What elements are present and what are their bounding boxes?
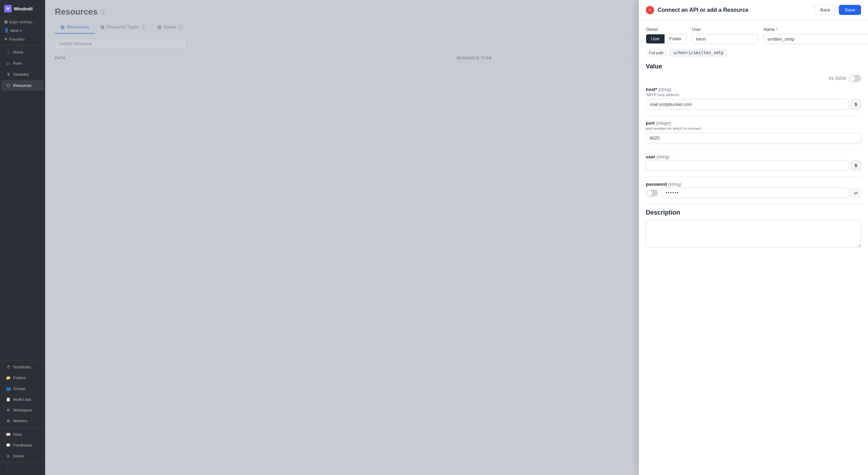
sidebar-item-resources-label: Resources: [13, 83, 32, 88]
sidebar-item-runs-label: Runs: [13, 61, 22, 65]
group-icon: 👥: [6, 386, 11, 391]
host-variable-button[interactable]: $: [851, 99, 861, 110]
full-path-row: Full path u/henri/smitten_smtp: [646, 49, 861, 57]
back-arrow-icon: ←: [6, 467, 11, 472]
feedback-icon: 💬: [6, 442, 11, 448]
sidebar-item-groups-label: Groups: [13, 386, 26, 391]
full-path-value: u/henri/smitten_smtp: [669, 49, 727, 57]
sidebar-item-docs[interactable]: 📖 Docs: [1, 429, 44, 440]
description-textarea[interactable]: [646, 220, 861, 248]
user-label: User: [692, 27, 758, 32]
field-port-name: port (integer): [646, 120, 861, 126]
name-input[interactable]: [763, 34, 868, 44]
sidebar-item-folders[interactable]: 📁 Folders: [1, 373, 44, 383]
toggle-knob: [849, 76, 855, 81]
owner-user-button[interactable]: User: [646, 34, 665, 43]
dialog-title-row: × Connect an API or add a Resource: [646, 6, 749, 14]
sidebar-item-runs[interactable]: ▷ Runs: [1, 58, 44, 68]
sidebar-divider-4: [0, 462, 45, 463]
workers-icon: ⚙: [6, 418, 11, 424]
field-divider-1: [646, 115, 861, 116]
sidebar-user-label: henri: [10, 28, 19, 33]
field-password: password (string) sh: [646, 182, 861, 198]
field-port-input-row: [646, 133, 861, 143]
sidebar-item-home-label: Home: [13, 50, 23, 54]
sidebar-item-issues[interactable]: ◎ Issues: [1, 451, 44, 461]
sidebar-item-workspace[interactable]: ⚙ Workspace: [1, 405, 44, 415]
owner-folder-button[interactable]: Folder: [665, 34, 686, 43]
sidebar-item-feedbacks[interactable]: 💬 Feedbacks: [1, 440, 44, 450]
show-password-button[interactable]: sh: [851, 189, 861, 197]
sidebar-item-variables-label: Variables: [13, 72, 29, 76]
dialog-body: Owner User Folder User Name * Full path …: [639, 20, 868, 475]
sidebar: W Windmill ▦ virgin-worksp... 👤 henri ▾ …: [0, 0, 45, 475]
sidebar-item-home[interactable]: ⌂ Home: [1, 47, 44, 57]
save-button[interactable]: Save: [839, 5, 861, 15]
port-input[interactable]: [646, 133, 861, 143]
user-input[interactable]: [692, 34, 758, 44]
sidebar-user-item[interactable]: 👤 henri ▾: [0, 26, 45, 35]
field-port-type: (integer): [656, 121, 671, 126]
field-host-desc: SMTP host address: [646, 93, 861, 97]
as-json-toggle[interactable]: [849, 75, 861, 82]
sidebar-item-resources[interactable]: ⬡ Resources: [1, 80, 44, 91]
owner-toggle-group: User Folder: [646, 34, 686, 44]
field-divider-3: [646, 176, 861, 177]
field-divider-4: [646, 204, 861, 204]
sidebar-item-workers[interactable]: ⚙ Workers: [1, 416, 44, 426]
field-password-input-row: sh: [646, 188, 861, 198]
form-group-owner: Owner User Folder: [646, 27, 686, 44]
form-group-user: User: [692, 27, 758, 44]
sidebar-item-feedbacks-label: Feedbacks: [13, 443, 32, 447]
sidebar-item-variables[interactable]: $ Variables: [1, 69, 44, 80]
book-icon: 📖: [6, 432, 11, 437]
play-icon: ▷: [6, 60, 11, 66]
sidebar-item-audit-logs-label: Audit Logs: [13, 397, 31, 401]
close-icon: ×: [649, 7, 651, 12]
user-field-input[interactable]: [646, 160, 849, 171]
field-port-desc: port number on which to connect: [646, 126, 861, 131]
chevron-down-icon: ▾: [20, 29, 22, 32]
host-input[interactable]: [646, 99, 849, 110]
folder-icon: 📁: [6, 375, 11, 381]
log-icon: 📋: [6, 397, 11, 402]
form-group-name: Name *: [763, 27, 868, 44]
form-row-owner: Owner User Folder User Name *: [646, 27, 861, 44]
description-section: Description: [646, 209, 861, 249]
sidebar-item-issues-label: Issues: [13, 454, 24, 458]
sidebar-item-schedules-label: Schedules: [13, 365, 31, 369]
dialog-header: × Connect an API or add a Resource Back …: [639, 0, 868, 20]
password-toggle-switch[interactable]: [646, 190, 658, 197]
dollar-icon: $: [6, 72, 11, 77]
sidebar-back-item[interactable]: ←: [1, 464, 44, 475]
sidebar-logo[interactable]: W Windmill: [0, 0, 45, 17]
sidebar-workspace-item[interactable]: ▦ virgin-worksp...: [0, 17, 45, 26]
as-json-label: As JSON: [829, 76, 846, 81]
github-icon: ◎: [6, 453, 11, 459]
back-button[interactable]: Back: [814, 5, 836, 15]
description-title: Description: [646, 209, 861, 216]
dialog-close-button[interactable]: ×: [646, 6, 654, 14]
password-input[interactable]: [662, 188, 849, 198]
sidebar-bottom: ⏱ Schedules 📁 Folders 👥 Groups 📋 Audit L…: [0, 359, 45, 475]
sidebar-favorites-label: Favorites: [9, 37, 25, 41]
field-port: port (integer) port number on which to c…: [646, 120, 861, 143]
field-host-name: host* (string): [646, 87, 861, 92]
user-variable-button[interactable]: $: [851, 160, 861, 171]
sidebar-item-groups[interactable]: 👥 Groups: [1, 383, 44, 394]
sidebar-divider-3: [0, 427, 45, 428]
field-user-name: user (string): [646, 154, 861, 159]
sidebar-item-workspace-label: Workspace: [13, 408, 32, 412]
field-password-name: password (string): [646, 182, 861, 187]
sidebar-workspace-label: virgin-worksp...: [9, 20, 35, 24]
sidebar-item-audit-logs[interactable]: 📋 Audit Logs: [1, 394, 44, 405]
name-label: Name *: [763, 27, 868, 32]
star-icon: ★: [4, 37, 8, 41]
field-user-type: (string): [657, 155, 669, 159]
name-required-indicator: *: [776, 27, 778, 32]
sidebar-favorites-item[interactable]: ★ Favorites: [0, 35, 45, 43]
dialog: × Connect an API or add a Resource Back …: [639, 0, 868, 475]
sidebar-item-schedules[interactable]: ⏱ Schedules: [1, 362, 44, 372]
sidebar-item-workers-label: Workers: [13, 419, 27, 423]
owner-label: Owner: [646, 27, 686, 32]
